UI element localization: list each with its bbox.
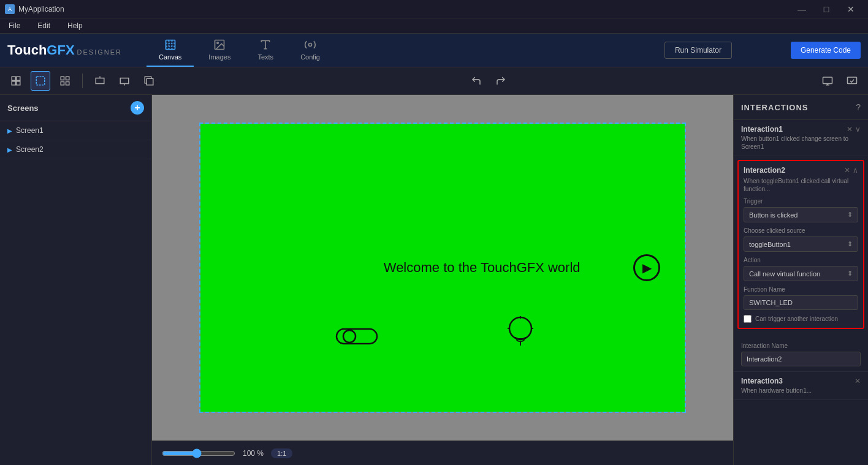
tab-images[interactable]: Images [196, 34, 243, 67]
chevron-icon-screen2: ▶ [7, 146, 12, 153]
interaction2-name: Interaction2 [744, 166, 785, 175]
sidebar-item-screen1[interactable]: ▶ Screen1 [0, 121, 151, 140]
svg-rect-20 [147, 78, 153, 85]
svg-rect-8 [12, 81, 15, 85]
logo-area: Touch GFX DESIGNER [7, 42, 122, 58]
chevron-icon-screen1: ▶ [7, 127, 12, 134]
sidebar: Screens + ▶ Screen1 ▶ Screen2 [0, 95, 152, 465]
trigger-checkbox[interactable] [744, 315, 752, 323]
align-order-button[interactable] [139, 71, 159, 91]
toolbar [0, 67, 868, 95]
svg-rect-21 [823, 77, 832, 84]
interaction3-item[interactable]: Interaction3 ✕ When hardware button1... [734, 372, 868, 400]
zoom-value: 100 % [243, 449, 264, 458]
align-front-button[interactable] [90, 71, 110, 91]
svg-point-26 [343, 330, 356, 342]
run-simulator-button[interactable]: Run Simulator [664, 42, 732, 59]
svg-point-27 [509, 317, 531, 339]
interaction1-delete-button[interactable]: ✕ [847, 125, 853, 134]
svg-rect-13 [61, 82, 64, 85]
tab-texts[interactable]: Texts [245, 34, 286, 67]
menubar: File Edit Help [0, 18, 868, 34]
canvas-frame: Welcome to the TouchGFX world ▶ [199, 123, 686, 413]
trigger-select[interactable]: Button is clicked ⇕ [744, 207, 858, 222]
sidebar-header: Screens + [0, 95, 151, 121]
toolbar-separator-1 [82, 74, 83, 88]
action-label: Action [744, 257, 858, 263]
svg-rect-10 [36, 77, 45, 85]
canvas-bottom: 100 % 1:1 [152, 440, 733, 465]
sidebar-item-screen2[interactable]: ▶ Screen2 [0, 140, 151, 159]
panel-header: INTERACTIONS ? [734, 95, 868, 120]
interactions-button[interactable] [842, 71, 862, 91]
header-right: Run Simulator Generate Code [664, 42, 861, 59]
interaction-name-input[interactable]: Interaction2 [741, 352, 861, 366]
menu-file[interactable]: File [5, 20, 24, 31]
svg-rect-15 [96, 78, 104, 84]
canvas-area: Welcome to the TouchGFX world ▶ [152, 95, 733, 465]
preview-button[interactable] [818, 71, 837, 91]
menu-help[interactable]: Help [64, 20, 86, 31]
interaction2-actions: ✕ ∧ [844, 166, 858, 175]
align-back-button[interactable] [115, 71, 134, 91]
zoom-slider[interactable] [162, 448, 235, 458]
app-logo-icon: A [5, 4, 15, 14]
nav-tabs: Canvas Images Texts Config [147, 34, 332, 67]
tab-canvas[interactable]: Canvas [147, 34, 194, 67]
tab-config-label: Config [300, 53, 320, 61]
maximize-button[interactable]: □ [814, 0, 839, 18]
add-screen-button[interactable]: + [131, 101, 144, 115]
interaction3-name: Interaction3 [741, 377, 783, 385]
undo-button[interactable] [466, 71, 486, 91]
close-button[interactable]: ✕ [839, 0, 863, 18]
trigger-select-arrow: ⇕ [847, 211, 853, 219]
action-select[interactable]: Call new virtual function ⇕ [744, 266, 858, 281]
select-tool-button[interactable] [31, 71, 50, 91]
main-layout: Screens + ▶ Screen1 ▶ Screen2 Welcome to… [0, 95, 868, 465]
svg-rect-17 [120, 78, 129, 84]
interaction2-box: Interaction2 ✕ ∧ When toggleButton1 clic… [737, 160, 864, 329]
grid-tool-button[interactable] [55, 71, 75, 91]
canvas-arrow-button[interactable]: ▶ [633, 254, 660, 281]
svg-rect-11 [61, 77, 64, 80]
function-input[interactable]: SWITCH_LED [744, 295, 858, 310]
interaction3-desc: When hardware button1... [741, 387, 861, 395]
checkbox-label: Can trigger another interaction [755, 316, 838, 322]
screen1-label: Screen1 [16, 126, 44, 135]
canvas-viewport[interactable]: Welcome to the TouchGFX world ▶ [152, 95, 733, 440]
titlebar: A MyApplication — □ ✕ [0, 0, 868, 18]
logo-designer: DESIGNER [77, 48, 122, 56]
interactions-panel: INTERACTIONS ? Interaction1 ✕ ∨ When but… [733, 95, 868, 465]
interaction1-expand-button[interactable]: ∨ [855, 125, 861, 134]
action-value: Call new virtual function [749, 270, 820, 278]
svg-rect-7 [17, 77, 20, 80]
source-value: toggleButton1 [749, 241, 791, 248]
bulb-widget [504, 315, 538, 357]
canvas-content: Welcome to the TouchGFX world ▶ [200, 124, 685, 412]
source-label: Choose clicked source [744, 227, 858, 234]
interaction1-item[interactable]: Interaction1 ✕ ∨ When button1 clicked ch… [734, 120, 868, 156]
interaction2-delete-button[interactable]: ✕ [844, 166, 850, 175]
logo-gfx: GFX [47, 42, 74, 58]
trigger-label: Trigger [744, 198, 858, 205]
svg-rect-24 [848, 77, 857, 84]
svg-rect-0 [166, 40, 175, 50]
interaction2-expand-button[interactable]: ∧ [853, 166, 858, 175]
titlebar-controls: — □ ✕ [790, 0, 863, 18]
interaction1-name: Interaction1 [741, 125, 783, 134]
generate-code-button[interactable]: Generate Code [791, 42, 861, 59]
app-title: MyApplication [18, 5, 64, 13]
action-select-arrow: ⇕ [847, 270, 853, 278]
menu-edit[interactable]: Edit [34, 20, 54, 31]
svg-rect-9 [17, 81, 20, 85]
minimize-button[interactable]: — [790, 0, 814, 18]
redo-button[interactable] [491, 71, 511, 91]
tab-config[interactable]: Config [288, 34, 332, 67]
interaction3-delete-button[interactable]: ✕ [855, 377, 861, 385]
zoom-ratio: 1:1 [271, 448, 292, 458]
interaction2-desc: When toggleButton1 clicked call virtual … [744, 177, 858, 193]
source-select[interactable]: toggleButton1 ⇕ [744, 236, 858, 252]
help-icon[interactable]: ? [856, 102, 861, 112]
add-widget-button[interactable] [6, 71, 26, 91]
interaction1-desc: When button1 clicked change screen to Sc… [741, 135, 861, 151]
